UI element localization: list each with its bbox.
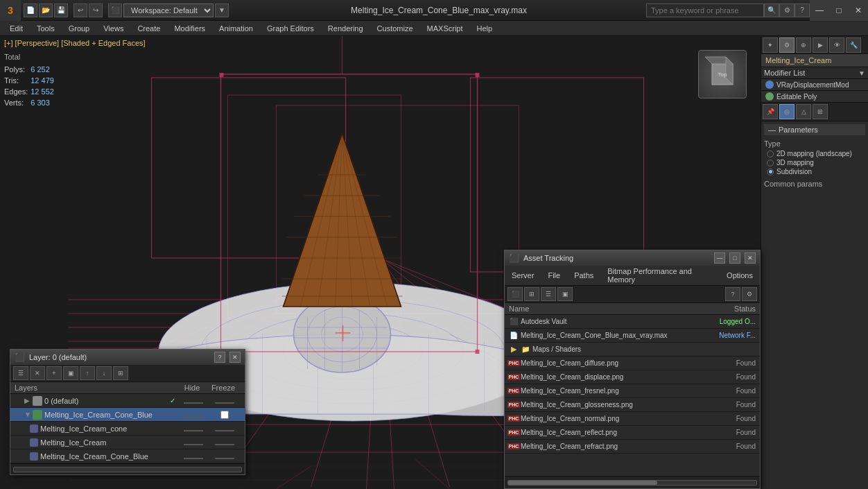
menu-tools[interactable]: Tools xyxy=(30,23,62,34)
freeze-checkbox[interactable] xyxy=(220,411,229,419)
workspace-arrow[interactable]: ▼ xyxy=(215,3,229,17)
layers-question-btn[interactable]: ? xyxy=(214,352,225,363)
asset-row[interactable]: 📄 Melting_Ice_Cream_Cone_Blue_max_vray.m… xyxy=(505,329,760,343)
radio-subdivision[interactable]: Subdivision xyxy=(764,168,865,175)
at-btn-2[interactable]: ⊞ xyxy=(524,287,539,301)
modify-icon[interactable]: ⚙ xyxy=(779,37,795,53)
minimize-button[interactable]: — xyxy=(810,0,829,21)
at-btn-help[interactable]: ? xyxy=(725,287,740,301)
menu-maxscript[interactable]: MAXScript xyxy=(420,23,470,34)
layer-freeze-btn[interactable] xyxy=(207,438,242,447)
motion-icon[interactable]: ▶ xyxy=(813,37,828,53)
help-icon[interactable]: ? xyxy=(795,3,810,17)
layers-toolbar-list-btn[interactable]: ☰ xyxy=(13,366,28,380)
asset-close-btn[interactable]: ✕ xyxy=(745,252,756,264)
layers-toolbar-expand-btn[interactable]: ⊞ xyxy=(113,366,128,380)
layer-row[interactable]: ▼ Melting_Ice_Cream_Cone_Blue xyxy=(10,408,245,422)
layer-row[interactable]: ▶ 0 (default) ✓ xyxy=(10,394,245,408)
asset-row[interactable]: PHC Melting_Ice_Cream_diffuse.png Found xyxy=(505,357,760,370)
at-btn-4[interactable]: ▣ xyxy=(557,287,573,301)
asset-maximize-btn[interactable]: □ xyxy=(729,252,740,264)
undo-icon[interactable]: ↩ xyxy=(73,3,87,17)
layer-hide-btn[interactable] xyxy=(180,411,207,419)
layer-hide-btn[interactable] xyxy=(180,438,207,447)
menu-create[interactable]: Create xyxy=(130,23,167,34)
menu-edit[interactable]: Edit xyxy=(3,23,30,34)
pin-stack-btn[interactable]: 📌 xyxy=(763,104,778,119)
asset-minimize-btn[interactable]: — xyxy=(714,252,725,264)
workspace-selector[interactable]: Workspace: Default xyxy=(123,3,214,17)
navigation-cube[interactable]: Top xyxy=(698,50,747,98)
layers-titlebar[interactable]: ⬛ Layer: 0 (default) ? ✕ xyxy=(10,350,245,365)
layers-close-btn[interactable]: ✕ xyxy=(229,352,241,363)
create-icon[interactable]: ✦ xyxy=(763,37,778,53)
open-icon[interactable]: 📂 xyxy=(39,3,53,17)
modifier-list-bar[interactable]: Modifier List ▼ xyxy=(761,67,868,79)
radio-2d-mapping[interactable]: 2D mapping (landscape) xyxy=(764,150,865,157)
layer-freeze-btn[interactable] xyxy=(207,397,242,405)
search-input[interactable] xyxy=(646,3,764,17)
asset-row[interactable]: PHC Melting_Ice_Cream_refract.png Found xyxy=(505,440,760,454)
asset-row[interactable]: PHC Melting_Ice_Cream_fresnel.png Found xyxy=(505,384,760,398)
asset-menu-bitmap[interactable]: Bitmap Performance and Memory xyxy=(600,266,720,285)
menu-animation[interactable]: Animation xyxy=(212,23,260,34)
show-modifier-btn[interactable]: ⊞ xyxy=(813,104,828,119)
asset-row[interactable]: ⬛ Autodesk Vault Logged O... xyxy=(505,315,760,329)
layer-hide-btn[interactable] xyxy=(180,424,207,433)
display-icon[interactable]: 👁 xyxy=(829,37,844,53)
maximize-button[interactable]: □ xyxy=(829,0,849,21)
redo-icon[interactable]: ↪ xyxy=(89,3,103,17)
layer-hide-btn[interactable] xyxy=(180,397,207,405)
asset-status: Found xyxy=(700,359,756,367)
at-btn-3[interactable]: ☰ xyxy=(541,287,556,301)
settings-icon[interactable]: ⚙ xyxy=(779,3,795,17)
modifier-item-editable-poly[interactable]: Editable Poly xyxy=(761,91,868,103)
layers-toolbar-select-btn[interactable]: ▣ xyxy=(63,366,78,380)
layer-freeze-btn[interactable] xyxy=(207,452,242,461)
layer-row[interactable]: Melting_Ice_Cream_cone xyxy=(10,422,245,436)
asset-row[interactable]: PHC Melting_Ice_Cream_glosseness.png Fou… xyxy=(505,398,760,412)
asset-menu-paths[interactable]: Paths xyxy=(567,270,600,281)
at-btn-settings[interactable]: ⚙ xyxy=(742,287,757,301)
menu-modifiers[interactable]: Modifiers xyxy=(167,23,212,34)
menu-graph-editors[interactable]: Graph Editors xyxy=(260,23,321,34)
layer-freeze-btn[interactable] xyxy=(207,424,242,433)
asset-name: Melting_Ice_Cream_normal.png xyxy=(521,415,700,422)
new-file-icon[interactable]: 📄 xyxy=(24,3,37,17)
asset-titlebar[interactable]: ⬛ Asset Tracking — □ ✕ xyxy=(505,250,760,266)
asset-scrollbar-thumb[interactable] xyxy=(508,481,657,485)
asset-row[interactable]: ▶ 📁 Maps / Shaders xyxy=(505,343,760,357)
menu-views[interactable]: Views xyxy=(96,23,130,34)
cube-icon[interactable]: ⬛ xyxy=(108,3,122,17)
asset-menu-options[interactable]: Options xyxy=(720,270,760,281)
layer-row[interactable]: Melting_Ice_Cream_Cone_Blue xyxy=(10,449,245,463)
asset-menu-server[interactable]: Server xyxy=(505,270,541,281)
asset-row[interactable]: PHC Melting_Ice_Cream_normal.png Found xyxy=(505,412,760,426)
layers-toolbar-delete-btn[interactable]: ✕ xyxy=(30,366,45,380)
layers-toolbar-moveup-btn[interactable]: ↑ xyxy=(80,366,95,380)
layers-toolbar-movedown-btn[interactable]: ↓ xyxy=(96,366,112,380)
radio-3d-mapping[interactable]: 3D mapping xyxy=(764,159,865,166)
asset-menu-file[interactable]: File xyxy=(541,270,567,281)
asset-scrollbar[interactable] xyxy=(507,480,757,486)
layers-toolbar-add-btn[interactable]: + xyxy=(46,366,62,380)
utilities-icon[interactable]: 🔧 xyxy=(846,37,861,53)
show-result-btn[interactable]: ◎ xyxy=(779,104,795,119)
search-icon[interactable]: 🔍 xyxy=(764,3,779,17)
menu-help[interactable]: Help xyxy=(470,23,500,34)
modifier-item-vray[interactable]: VRayDisplacementMod xyxy=(761,79,868,91)
close-button[interactable]: ✕ xyxy=(849,0,868,21)
show-end-result-btn[interactable]: △ xyxy=(796,104,811,119)
menu-customize[interactable]: Customize xyxy=(370,23,420,34)
at-btn-1[interactable]: ⬛ xyxy=(507,287,523,301)
layer-freeze-btn[interactable] xyxy=(207,411,242,419)
save-icon[interactable]: 💾 xyxy=(54,3,68,17)
layer-row[interactable]: Melting_Ice_Cream xyxy=(10,436,245,449)
menu-group[interactable]: Group xyxy=(62,23,97,34)
asset-row[interactable]: PHC Melting_Ice_Cream_reflect.png Found xyxy=(505,426,760,440)
layer-hide-btn[interactable] xyxy=(180,452,207,461)
menu-rendering[interactable]: Rendering xyxy=(321,23,370,34)
hierarchy-icon[interactable]: ⊕ xyxy=(796,37,811,53)
layers-scrollbar[interactable] xyxy=(13,467,242,472)
asset-row[interactable]: PHC Melting_Ice_Cream_displace.png Found xyxy=(505,370,760,384)
